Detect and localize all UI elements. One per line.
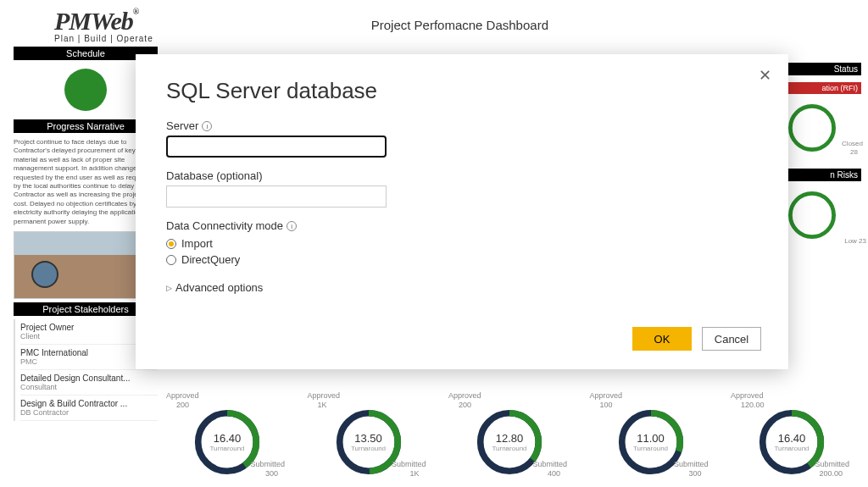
cancel-button[interactable]: Cancel (702, 327, 761, 351)
ok-button[interactable]: OK (632, 327, 692, 351)
logo-tagline: Plan | Build | Operate (54, 34, 153, 43)
gauge: Approved 1K 13.50Turnaround Submitted 1K (303, 391, 438, 480)
rfi-gauge: Closed 28 (785, 101, 861, 162)
database-input[interactable] (166, 185, 387, 208)
gauges-row: Approved 200 16.40Turnaround Submitted 3… (161, 391, 861, 480)
radio-import[interactable]: Import (166, 237, 758, 250)
gauge: Approved 200 16.40Turnaround Submitted 3… (161, 391, 297, 480)
sql-server-dialog: ✕ SQL Server database Server i Database … (136, 54, 788, 369)
server-label: Server (166, 119, 198, 132)
risks-gauge: Low 23 (785, 188, 861, 249)
rfi-header: ation (RFI) (785, 82, 861, 94)
risks-header: n Risks (785, 169, 861, 181)
right-sidebar: Status ation (RFI) Closed 28 n Risks Low… (785, 63, 861, 249)
radio-icon (166, 255, 176, 265)
info-icon[interactable]: i (202, 121, 212, 131)
chevron-right-icon: ▷ (166, 284, 172, 292)
svg-point-0 (790, 106, 833, 149)
status-header: Status (785, 63, 861, 75)
radio-directquery[interactable]: DirectQuery (166, 253, 758, 266)
info-icon[interactable]: i (287, 221, 297, 231)
database-label: Database (optional) (166, 169, 262, 182)
svg-point-1 (790, 193, 833, 236)
dialog-title: SQL Server database (166, 78, 758, 104)
server-input[interactable] (166, 136, 387, 158)
schedule-status-circle (64, 69, 107, 111)
radio-icon (166, 239, 176, 249)
advanced-options-toggle[interactable]: ▷ Advanced options (166, 281, 758, 294)
page-title: Project Perfomacne Dashboard (52, 18, 868, 32)
list-item[interactable]: Detailed Design Consultant... Consultant (20, 370, 158, 396)
header: PMWeb® Plan | Build | Operate Project Pe… (0, 0, 868, 47)
gauge: Approved 120.00 16.40Turnaround Submitte… (726, 391, 861, 480)
connectivity-label: Data Connectivity mode (166, 219, 283, 232)
list-item[interactable]: Design & Build Contractor ... DB Contrac… (20, 396, 158, 421)
gauge: Approved 200 12.80Turnaround Submitted 4… (443, 391, 579, 480)
gauge: Approved 100 11.00Turnaround Submitted 3… (585, 391, 721, 480)
close-icon[interactable]: ✕ (759, 66, 771, 85)
